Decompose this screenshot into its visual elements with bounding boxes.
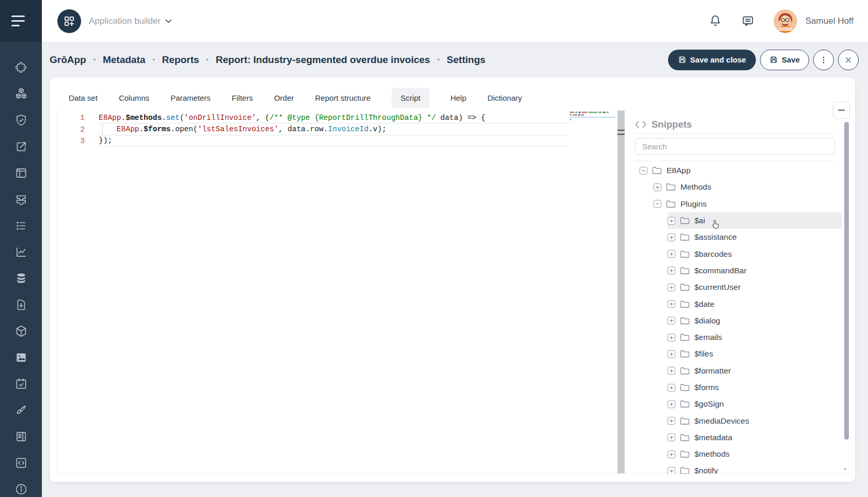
tab-help[interactable]: Help xyxy=(451,88,467,108)
sidebar-item-shield-check[interactable] xyxy=(0,107,42,133)
avatar[interactable] xyxy=(773,9,797,33)
save-and-close-button[interactable]: Save and close xyxy=(668,50,756,70)
tree-item-label: $date xyxy=(694,300,715,309)
tree-item-date[interactable]: +$date xyxy=(668,296,842,312)
sidebar-item-paint-brush[interactable] xyxy=(0,397,42,423)
user-name: Samuel Hoff xyxy=(805,16,854,26)
tree-item-dialog[interactable]: +$dialog xyxy=(668,313,842,329)
tab-filters[interactable]: Filters xyxy=(232,88,253,108)
scroll-down-icon[interactable]: ▾ xyxy=(844,466,846,472)
sidebar-item-inbox-stack[interactable] xyxy=(0,186,42,212)
code-editor[interactable]: 1E8App.$methods.set('onDrillInvoice', (/… xyxy=(57,111,617,473)
expand-toggle[interactable]: + xyxy=(668,400,675,408)
tree-item-methods[interactable]: +Methods xyxy=(654,179,842,195)
expand-toggle[interactable]: + xyxy=(654,183,661,191)
breadcrumb-item[interactable]: Metadata xyxy=(103,54,145,66)
notifications-button[interactable] xyxy=(708,14,722,28)
tab-parameters[interactable]: Parameters xyxy=(171,88,211,108)
tree-item-formatter[interactable]: +$formatter xyxy=(668,363,842,379)
app-switcher[interactable]: Application builder xyxy=(89,16,172,26)
tab-report-structure[interactable]: Report structure xyxy=(315,88,371,108)
tree-item-mediadevices[interactable]: +$mediaDevices xyxy=(668,412,842,429)
tree-item-methods[interactable]: +$methods xyxy=(668,446,842,462)
menu-toggle[interactable] xyxy=(0,0,42,42)
line-number: 3 xyxy=(57,137,85,145)
expand-toggle[interactable]: + xyxy=(668,367,675,375)
sidebar-item-file-download[interactable] xyxy=(0,291,42,318)
expand-toggle[interactable]: − xyxy=(654,200,661,208)
tree-item-metadata[interactable]: +$metadata xyxy=(668,429,842,446)
breadcrumb-item[interactable]: Reports xyxy=(162,54,199,66)
tab-order[interactable]: Order xyxy=(274,88,293,108)
tree-item-label: $assistance xyxy=(694,232,737,242)
app-logo[interactable] xyxy=(57,9,81,33)
tree-item-commandbar[interactable]: +$commandBar xyxy=(668,262,842,279)
scrollbar-thumb[interactable] xyxy=(844,122,849,440)
more-options-button[interactable] xyxy=(813,50,834,70)
breadcrumb-item[interactable]: Settings xyxy=(447,54,486,66)
folder-icon xyxy=(652,166,662,175)
expand-toggle[interactable]: + xyxy=(668,350,675,358)
tree-item-forms[interactable]: +$forms xyxy=(668,379,842,396)
sidebar-item-layout-window[interactable] xyxy=(0,160,42,186)
sidebar-item-line-chart[interactable] xyxy=(0,239,42,265)
tree-item-e8app[interactable]: −E8App xyxy=(640,162,842,179)
expand-toggle[interactable]: + xyxy=(668,317,675,324)
tree-item-files[interactable]: +$files xyxy=(668,346,842,362)
folder-icon xyxy=(680,216,690,225)
expand-toggle[interactable]: + xyxy=(668,384,675,392)
sidebar-item-external-link[interactable] xyxy=(0,133,42,160)
sidebar-item-code-brackets[interactable] xyxy=(0,449,42,476)
breadcrumb-item[interactable]: GrōApp xyxy=(50,54,86,66)
messages-button[interactable] xyxy=(741,14,755,28)
tree-item-emails[interactable]: +$emails xyxy=(668,329,842,346)
expand-toggle[interactable]: + xyxy=(668,300,675,308)
tree-item-assistance[interactable]: +$assistance xyxy=(668,229,842,245)
breadcrumb-item[interactable]: Report: Industry-segmented overdue invoi… xyxy=(215,54,430,66)
tree-item-notify[interactable]: +$notify xyxy=(668,462,842,474)
tab-dictionary[interactable]: Dictionary xyxy=(488,88,522,108)
layout-window-icon xyxy=(14,166,28,180)
tab-data-set[interactable]: Data set xyxy=(69,88,98,108)
tree-item-gosign[interactable]: +$goSign xyxy=(668,396,842,412)
snippets-scrollbar[interactable]: ▾ xyxy=(843,116,850,473)
expand-toggle[interactable]: + xyxy=(668,433,675,441)
sidebar-item-calendar-check[interactable] xyxy=(0,370,42,397)
tree-item-plugins[interactable]: −Plugins xyxy=(654,196,842,212)
expand-toggle[interactable]: + xyxy=(668,334,675,341)
expand-toggle[interactable]: + xyxy=(668,267,675,274)
snippets-title: Snippets xyxy=(652,119,692,130)
tab-script[interactable]: Script xyxy=(392,88,429,108)
snippets-search-input[interactable] xyxy=(635,138,835,155)
sidebar-item-news[interactable] xyxy=(0,423,42,449)
tree-item-label: $dialog xyxy=(694,316,720,325)
tree-item-label: $formatter xyxy=(694,366,731,376)
editor-minimap[interactable] xyxy=(570,112,615,121)
save-button[interactable]: Save xyxy=(760,50,809,70)
sidebar-item-blocks[interactable] xyxy=(0,81,42,107)
sidebar-item-bullet-list[interactable] xyxy=(0,212,42,239)
tree-item-barcodes[interactable]: +$barcodes xyxy=(668,245,842,262)
expand-toggle[interactable]: + xyxy=(668,234,675,241)
expand-toggle[interactable]: + xyxy=(668,451,675,458)
sidebar-item-cube[interactable] xyxy=(0,318,42,344)
expand-toggle[interactable]: + xyxy=(668,417,675,425)
folder-icon xyxy=(666,183,676,191)
sidebar-item-image[interactable] xyxy=(0,344,42,370)
sidebar-item-puzzle[interactable] xyxy=(0,54,42,81)
expand-toggle[interactable]: + xyxy=(668,467,675,474)
tab-columns[interactable]: Columns xyxy=(119,88,149,108)
expand-toggle[interactable]: − xyxy=(640,167,647,175)
expand-toggle[interactable]: + xyxy=(668,217,675,225)
save-and-close-label: Save and close xyxy=(690,55,746,64)
tree-item-label: $forms xyxy=(694,383,719,392)
sidebar-item-database[interactable] xyxy=(0,265,42,291)
expand-toggle[interactable]: + xyxy=(668,284,675,291)
breadcrumb: GrōApp•Metadata•Reports•Report: Industry… xyxy=(50,54,486,66)
tree-item-ai[interactable]: +$ai xyxy=(668,212,842,229)
sidebar-item-info[interactable] xyxy=(0,476,42,497)
expand-toggle[interactable]: + xyxy=(668,250,675,258)
tree-item-currentuser[interactable]: +$currentUser xyxy=(668,279,842,296)
editor-panel-resizer[interactable] xyxy=(617,111,625,473)
close-button[interactable] xyxy=(838,50,859,70)
